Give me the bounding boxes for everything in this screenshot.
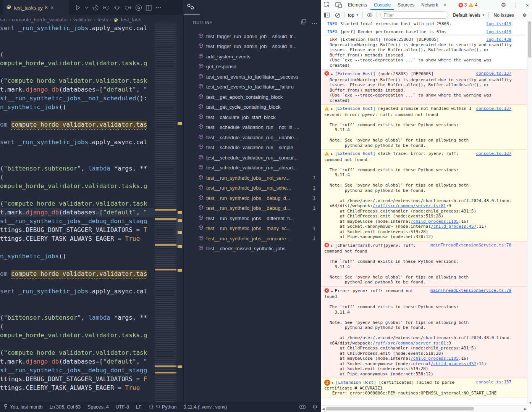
outline-item[interactable]: test_send_events_to_facilitator__success xyxy=(184,72,321,82)
outline-more-icon[interactable] xyxy=(312,19,317,26)
breadcrumb-item[interactable]: validator xyxy=(73,17,92,23)
source-location-link[interactable]: console.ts:137 xyxy=(476,106,511,111)
log-levels-dropdown[interactable]: Default levels▼ xyxy=(451,13,487,18)
outline-item[interactable]: test__run_synthetic_jobs__many_sc...1 xyxy=(184,224,321,234)
copilot-icon[interactable] xyxy=(296,402,309,412)
outline-item[interactable]: test__schedule_validation_run__not_in_..… xyxy=(184,122,321,133)
outline-item[interactable]: test__get_epoch_containing_block xyxy=(184,92,321,102)
source-location-link[interactable]: mainThreadExtensionService.ts:79 xyxy=(430,288,511,293)
devtools-horizontal-scrollbar[interactable]: ◀ ▶ xyxy=(321,405,527,412)
devtools-tab-elements[interactable]: Elements xyxy=(344,0,370,10)
source-location-link[interactable]: log.ts:439 xyxy=(486,37,511,42)
outline-item[interactable]: get_response xyxy=(184,62,321,72)
error-count-badge[interactable]: 3 xyxy=(458,2,467,8)
more-tabs-icon[interactable]: » xyxy=(441,2,448,8)
status-item-3-11-4-venv-venv[interactable]: 3.11.4 ('.venv': venv) xyxy=(180,402,231,412)
expand-toggle-icon[interactable]: ▶ xyxy=(331,72,333,77)
outline-item[interactable]: test__schedule_validation_run__unable... xyxy=(184,132,321,143)
stack-frame-link[interactable]: /ruff/src/common/server.ts:81 xyxy=(373,341,446,346)
code-editor[interactable]: sert _run_synthetic_jobs.apply_async.cal… xyxy=(0,24,155,402)
issues-counter[interactable]: No Issues xyxy=(490,13,518,18)
warning-count-badge[interactable]: 4 xyxy=(468,2,477,8)
expand-toggle-icon[interactable]: ▶ xyxy=(332,380,334,386)
console-filter-input[interactable] xyxy=(380,11,448,19)
source-location-link[interactable]: mainThreadExtensionService.ts:78 xyxy=(430,243,511,248)
clear-console-icon[interactable] xyxy=(332,13,343,18)
outline-item[interactable]: test__schedule_validation_run__alread... xyxy=(184,163,321,173)
outline-item[interactable]: test_trigger_run_admin_job__should_tr... xyxy=(184,31,321,42)
breadcrumb-item[interactable]: test_task xyxy=(121,17,141,23)
source-location-link[interactable]: console.ts:137 xyxy=(476,151,511,156)
nav-forward-icon[interactable] xyxy=(124,5,131,10)
source-location-link[interactable]: log.ts:419 xyxy=(486,29,511,35)
outline-item[interactable]: test__schedule_validation_run__concur... xyxy=(184,153,321,163)
devtools-vertical-scrollbar[interactable]: ▼ xyxy=(527,20,532,405)
notifications-bell-icon[interactable] xyxy=(309,402,321,412)
context-selector[interactable]: top▼ xyxy=(346,13,361,18)
outline-item[interactable]: test__run_synthetic_jobs__debug_d...1 xyxy=(184,193,321,203)
status-item-you-last-month[interactable]: You, last month xyxy=(0,402,46,412)
live-expression-eye-icon[interactable] xyxy=(364,13,375,17)
status-item-utf-8[interactable]: UTF-8 xyxy=(112,402,133,412)
minimap[interactable] xyxy=(155,24,176,402)
stack-frame-link[interactable]: /child_process:1105 xyxy=(411,356,459,361)
source-location-link[interactable]: console.ts:137 xyxy=(476,71,511,76)
devtools-tab-network[interactable]: Network xyxy=(418,0,441,10)
editor-scrollbar-thumb[interactable] xyxy=(176,214,183,248)
devtools-tab-console[interactable]: Console xyxy=(370,0,394,10)
console-sidebar-icon[interactable] xyxy=(321,13,332,18)
run-dropdown-chevron-icon[interactable] xyxy=(85,6,89,10)
outline-item[interactable]: test_send_events_to_facilitator__failure xyxy=(184,82,321,92)
outline-item[interactable]: test__run_synthetic_jobs__different_ti..… xyxy=(184,213,321,224)
outline-item[interactable]: test__run_synthetic_jobs__not_sche...1 xyxy=(184,183,321,193)
outline-item[interactable]: test__check_missed_synthetic_jobs xyxy=(184,244,321,254)
scroll-left-arrow-icon[interactable]: ◀ xyxy=(322,407,325,411)
devtools-close-icon[interactable]: × xyxy=(522,2,532,8)
outline-view-icon[interactable] xyxy=(186,2,197,14)
breadcrumb-item[interactable]: src xyxy=(0,17,6,23)
nav-current-icon[interactable] xyxy=(114,5,120,10)
devtools-settings-gear-icon[interactable]: ⚙ xyxy=(498,2,509,8)
status-item-ln-305-col-63[interactable]: Ln 305, Col 63 xyxy=(46,402,84,412)
stack-frame-link[interactable]: /child_process:457 xyxy=(431,361,476,366)
inspect-element-icon[interactable] xyxy=(321,2,333,8)
scroll-down-arrow-icon[interactable]: ▼ xyxy=(529,401,532,405)
close-tab-icon[interactable]: × xyxy=(51,5,54,11)
editor-tab-test-tasks[interactable]: test_tasks.py 8 × xyxy=(3,0,69,15)
timeline-history-icon[interactable] xyxy=(92,5,99,11)
devtools-tab-sources[interactable]: Sources xyxy=(394,0,418,10)
status-item-lf[interactable]: LF xyxy=(133,402,145,412)
source-location-link[interactable]: log.ts:419 xyxy=(486,21,511,27)
outline-item[interactable]: test__schedule_validation_run__simple xyxy=(184,143,321,153)
devtools-menu-kebab-icon[interactable]: ⋮ xyxy=(510,2,522,8)
stack-frame-link[interactable]: /child_process:457 xyxy=(431,224,476,229)
run-below-icon[interactable] xyxy=(135,4,142,11)
split-editor-icon[interactable] xyxy=(146,5,152,11)
collapse-all-icon[interactable] xyxy=(301,19,306,26)
stack-frame-link[interactable]: /ruff/src/common/server.ts:81 xyxy=(373,203,446,208)
expand-toggle-icon[interactable]: ▶ xyxy=(331,289,333,294)
outline-item[interactable]: test__run_synthetic_jobs__debug_d...1 xyxy=(184,203,321,214)
breadcrumb-item[interactable]: tests xyxy=(97,17,108,23)
status-item-python[interactable]: {}Python xyxy=(145,402,180,412)
outline-item[interactable]: test__get_cycle_containing_block xyxy=(184,102,321,113)
expand-toggle-icon[interactable]: ▶ xyxy=(331,106,333,112)
expand-toggle-icon[interactable]: ▶ xyxy=(331,151,333,157)
outline-item[interactable]: test__run_synthetic_jobs__not_serv...1 xyxy=(184,173,321,183)
device-toolbar-icon[interactable] xyxy=(333,2,344,8)
scroll-right-arrow-icon[interactable]: ▶ xyxy=(524,407,527,411)
source-location-link[interactable]: console.ts:137 xyxy=(476,380,511,385)
expand-toggle-icon[interactable]: ▶ xyxy=(331,243,333,249)
status-item-spaces-4[interactable]: Spaces: 4 xyxy=(84,402,112,412)
overview-ruler[interactable] xyxy=(176,24,183,402)
outline-item[interactable]: add_system_events xyxy=(184,52,321,62)
outline-item[interactable]: test__calculate_job_start_block xyxy=(184,112,321,122)
outline-item[interactable]: test__run_synthetic_jobs__concurre...1 xyxy=(184,233,321,244)
breadcrumb-item[interactable]: compute_horde_validator xyxy=(12,17,68,23)
more-actions-icon[interactable] xyxy=(155,7,161,8)
outline-item[interactable]: test_trigger_run_admin_job__should_n... xyxy=(184,42,321,52)
console-settings-gear-icon[interactable]: ⚙ xyxy=(520,13,532,18)
stack-frame-link[interactable]: /child_process:1105 xyxy=(411,219,459,224)
run-icon[interactable] xyxy=(75,5,81,11)
nav-back-icon[interactable] xyxy=(103,5,110,10)
